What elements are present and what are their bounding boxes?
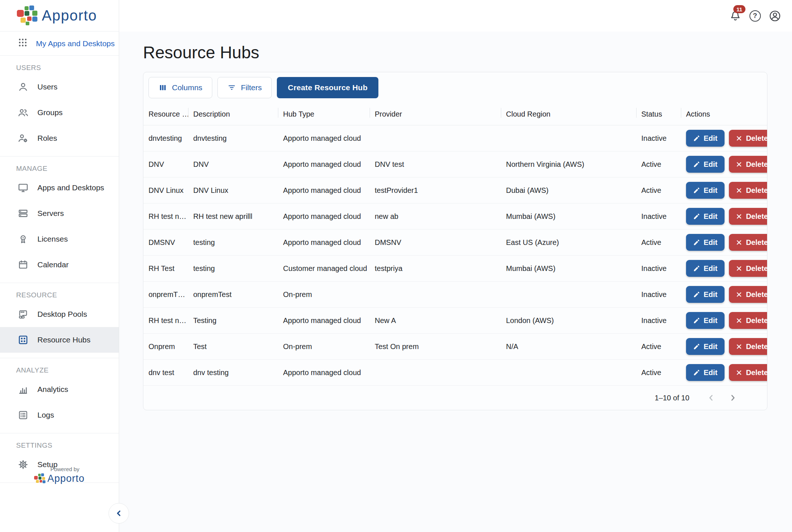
delete-button[interactable]: ✕ Delete [729,286,767,303]
sidebar-item-my-apps-and-desktops[interactable]: My Apps and Desktops [0,32,119,56]
sidebar-item-licenses[interactable]: Licenses [0,226,119,252]
header-cloud-region[interactable]: Cloud Region [501,103,636,125]
delete-button[interactable]: ✕ Delete [729,312,767,329]
section-label: USERS [16,64,119,72]
edit-button-label: Edit [704,290,718,299]
cell-cloud-region: East US (Azure) [501,238,636,247]
cell-provider: testProvider1 [370,186,501,195]
cell-cloud-region: London (AWS) [501,316,636,325]
cell-actions: Edit ✕ Delete [681,260,767,277]
cell-resource-name: onpremT… [143,290,188,299]
cell-provider: Test On prem [370,342,501,351]
cell-hub-type: Customer managed cloud [278,264,370,273]
next-page-button[interactable] [727,392,738,403]
create-resource-hub-button[interactable]: Create Resource Hub [277,77,378,98]
sidebar-item-apps-and-desktops[interactable]: Apps and Desktops [0,175,119,201]
create-resource-hub-label: Create Resource Hub [288,83,367,92]
sidebar-item-calendar[interactable]: Calendar [0,252,119,278]
delete-button[interactable]: ✕ Delete [729,208,767,225]
cell-resource-name: DNV [143,160,188,169]
sidebar-collapse-button[interactable] [109,503,129,524]
edit-button[interactable]: Edit [686,156,725,173]
delete-button[interactable]: ✕ Delete [729,338,767,355]
edit-button[interactable]: Edit [686,130,725,147]
cell-description: Test [188,342,278,351]
license-icon [18,234,29,245]
delete-button-label: Delete [746,264,767,273]
bar-chart-icon [18,384,29,395]
delete-button[interactable]: ✕ Delete [729,234,767,251]
header-provider[interactable]: Provider [370,103,501,125]
edit-button[interactable]: Edit [686,312,725,329]
columns-icon [158,83,167,92]
pagination-range-label: 1–10 of 10 [654,394,689,402]
sidebar-item-desktop-pools[interactable]: Desktop Pools [0,301,119,327]
delete-button[interactable]: ✕ Delete [729,156,767,173]
sidebar-item-groups[interactable]: Groups [0,100,119,125]
header-description[interactable]: Description [188,103,278,125]
sidebar-section-analyze: ANALYZE Analytics Logs [0,366,119,433]
table-row: dnv test dnv testing Apporto managed clo… [143,360,767,386]
sidebar-item-users[interactable]: Users [0,74,119,100]
account-button[interactable] [768,9,782,23]
columns-button[interactable]: Columns [148,77,212,98]
sidebar-item-servers[interactable]: Servers [0,201,119,226]
edit-button-label: Edit [704,160,718,169]
edit-button[interactable]: Edit [686,208,725,225]
edit-button-label: Edit [704,342,718,351]
edit-button[interactable]: Edit [686,364,725,381]
sidebar-item-label: Groups [37,108,63,117]
cell-actions: Edit ✕ Delete [681,182,767,199]
previous-page-button[interactable] [705,392,716,403]
cell-status: Active [636,368,681,377]
cell-cloud-region: Mumbai (AWS) [501,264,636,273]
cell-actions: Edit ✕ Delete [681,364,767,381]
sidebar-item-label: Licenses [37,235,68,243]
edit-button[interactable]: Edit [686,338,725,355]
cell-status: Active [636,160,681,169]
edit-button[interactable]: Edit [686,260,725,277]
edit-button[interactable]: Edit [686,234,725,251]
sidebar-item-label: Apps and Desktops [37,183,104,192]
sidebar-section-users: USERS Users Groups [0,64,119,157]
delete-button[interactable]: ✕ Delete [729,364,767,381]
cell-provider: DNV test [370,160,501,169]
cell-status: Active [636,186,681,195]
sidebar-item-analytics[interactable]: Analytics [0,377,119,402]
resource-hubs-card: Columns Filters Create Resource Hub Reso… [143,72,767,410]
cell-actions: Edit ✕ Delete [681,130,767,147]
filters-button[interactable]: Filters [217,77,272,98]
chevron-left-icon [706,393,716,403]
cell-cloud-region: N/A [501,342,636,351]
page-title: Resource Hubs [143,43,768,62]
x-icon: ✕ [736,291,742,298]
header-resource-name[interactable]: Resource … [143,103,188,125]
sidebar-item-logs[interactable]: Logs [0,402,119,428]
notifications-button[interactable]: 11 [728,9,742,23]
pencil-icon [693,265,700,272]
filters-button-label: Filters [241,83,262,92]
cell-description: testing [188,264,278,273]
notification-badge: 11 [733,5,745,13]
x-icon: ✕ [736,135,742,142]
section-label: SETTINGS [16,441,119,450]
delete-button[interactable]: ✕ Delete [729,182,767,199]
delete-button[interactable]: ✕ Delete [729,260,767,277]
header-status[interactable]: Status [636,103,681,125]
edit-button[interactable]: Edit [686,182,725,199]
table-header-row: Resource … Description Hub Type Provider… [143,103,767,125]
cell-resource-name: DMSNV [143,238,188,247]
cell-actions: Edit ✕ Delete [681,338,767,355]
edit-button[interactable]: Edit [686,286,725,303]
sidebar-item-label: My Apps and Desktops [36,39,115,48]
cell-resource-name: RH test n… [143,316,188,325]
sidebar-item-roles[interactable]: Roles [0,125,119,151]
help-button[interactable]: ? [748,9,762,23]
header-hub-type[interactable]: Hub Type [278,103,370,125]
sidebar-item-label: Users [37,82,58,91]
delete-button-label: Delete [746,368,767,377]
sidebar-item-resource-hubs[interactable]: Resource Hubs [0,327,119,353]
delete-button[interactable]: ✕ Delete [729,130,767,147]
cell-description: DNV Linux [188,186,278,195]
cell-status: Active [636,342,681,351]
